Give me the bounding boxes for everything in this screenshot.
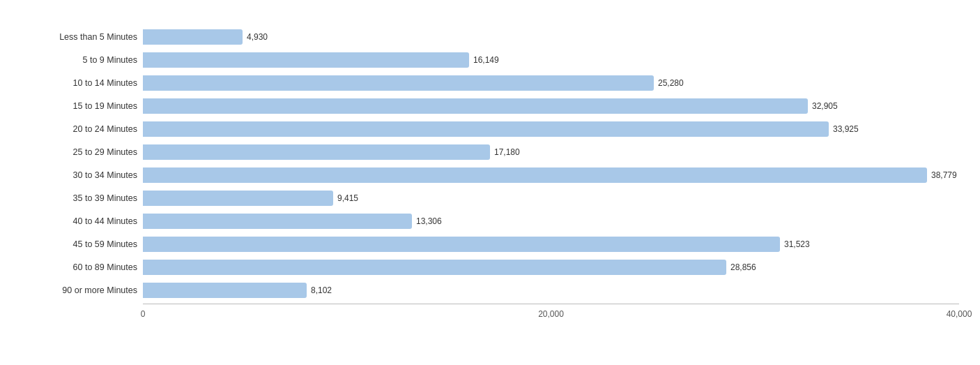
bar-label: 25 to 29 Minutes	[21, 147, 143, 158]
bar-fill	[143, 29, 243, 45]
bar-value: 4,930	[247, 32, 268, 42]
x-axis-line	[143, 304, 959, 304]
bar-label: 45 to 59 Minutes	[21, 239, 143, 250]
bar-row: 25 to 29 Minutes17,180	[21, 142, 959, 163]
bar-label: 10 to 14 Minutes	[21, 78, 143, 89]
bar-row: 90 or more Minutes8,102	[21, 280, 959, 301]
bar-row: 60 to 89 Minutes28,856	[21, 257, 959, 278]
bar-container: 16,149	[143, 50, 959, 70]
bar-label: 35 to 39 Minutes	[21, 193, 143, 204]
bar-container: 8,102	[143, 280, 959, 301]
bar-row: 30 to 34 Minutes38,779	[21, 165, 959, 186]
chart-wrapper: Less than 5 Minutes4,9305 to 9 Minutes16…	[21, 14, 959, 321]
bar-fill	[143, 121, 829, 137]
bar-container: 38,779	[143, 165, 959, 186]
bar-label: 60 to 89 Minutes	[21, 262, 143, 273]
x-axis-label: 40,000	[947, 309, 972, 319]
bar-value: 33,925	[833, 124, 859, 134]
bar-value: 25,280	[658, 78, 684, 88]
bar-row: 45 to 59 Minutes31,523	[21, 234, 959, 255]
bar-container: 4,930	[143, 27, 959, 47]
bar-label: 40 to 44 Minutes	[21, 216, 143, 227]
bar-container: 9,415	[143, 188, 959, 209]
bar-value: 9,415	[337, 193, 358, 203]
bar-fill	[143, 167, 927, 183]
bar-row: 20 to 24 Minutes33,925	[21, 119, 959, 140]
bar-label: 90 or more Minutes	[21, 285, 143, 296]
bar-value: 31,523	[784, 239, 810, 249]
bar-value: 17,180	[494, 147, 520, 157]
bar-fill	[143, 283, 307, 298]
bar-label: Less than 5 Minutes	[21, 32, 143, 43]
bar-row: 15 to 19 Minutes32,905	[21, 96, 959, 117]
x-axis-label: 0	[141, 309, 146, 319]
bar-fill	[143, 237, 780, 252]
x-axis-label: 20,000	[538, 309, 564, 319]
bar-fill	[143, 52, 469, 68]
bar-value: 13,306	[416, 216, 442, 226]
bar-fill	[143, 144, 490, 160]
bar-row: 40 to 44 Minutes13,306	[21, 211, 959, 232]
bar-value: 28,856	[730, 262, 756, 272]
bar-value: 38,779	[931, 170, 957, 180]
bar-fill	[143, 260, 726, 275]
bar-label: 5 to 9 Minutes	[21, 55, 143, 66]
bar-label: 30 to 34 Minutes	[21, 170, 143, 181]
bar-container: 31,523	[143, 234, 959, 255]
bar-container: 13,306	[143, 211, 959, 232]
bar-fill	[143, 98, 808, 114]
bar-value: 32,905	[812, 101, 838, 111]
bar-container: 17,180	[143, 142, 959, 163]
bar-fill	[143, 75, 654, 91]
bar-row: 10 to 14 Minutes25,280	[21, 73, 959, 94]
bar-row: Less than 5 Minutes4,930	[21, 27, 959, 47]
bar-row: 5 to 9 Minutes16,149	[21, 50, 959, 70]
bars-container: Less than 5 Minutes4,9305 to 9 Minutes16…	[21, 27, 959, 301]
bar-row: 35 to 39 Minutes9,415	[21, 188, 959, 209]
bar-container: 28,856	[143, 257, 959, 278]
bar-container: 25,280	[143, 73, 959, 94]
bar-container: 33,925	[143, 119, 959, 140]
bar-value: 16,149	[473, 55, 499, 65]
chart-body: Less than 5 Minutes4,9305 to 9 Minutes16…	[21, 27, 959, 321]
bar-fill	[143, 191, 333, 206]
x-axis-labels: 020,00040,000	[21, 307, 959, 321]
bar-value: 8,102	[311, 285, 332, 295]
bar-label: 15 to 19 Minutes	[21, 101, 143, 112]
bar-container: 32,905	[143, 96, 959, 117]
bar-fill	[143, 214, 412, 229]
bar-label: 20 to 24 Minutes	[21, 124, 143, 135]
